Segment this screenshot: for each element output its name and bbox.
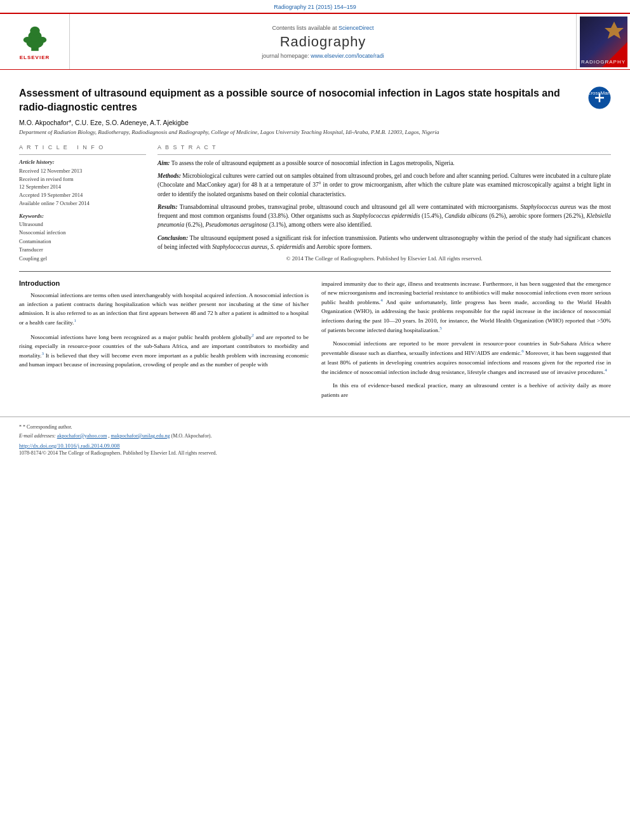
authors-text: M.O. Akpochafor*, C.U. Eze, S.O. Adeneye… bbox=[19, 119, 189, 126]
svg-marker-6 bbox=[605, 22, 624, 39]
intro-para1: Nosocomial infections are terms often us… bbox=[19, 291, 309, 328]
received-revised-label-row: Received in revised form bbox=[19, 175, 146, 183]
radiography-badge-section: radiography bbox=[576, 14, 630, 69]
keyword-transducer: Transducer bbox=[19, 246, 146, 255]
elsevier-text: ELSEVIER bbox=[20, 55, 50, 60]
keyword-ultrasound: Ultrasound bbox=[19, 220, 146, 229]
journal-header: ELSEVIER Contents lists available at Sci… bbox=[0, 13, 630, 70]
email2-link[interactable]: makpochafor@unilag.edu.ng bbox=[111, 433, 170, 439]
received-revised-date-row: 12 September 2014 bbox=[19, 183, 146, 191]
email-label: E-mail addresses: bbox=[19, 433, 56, 439]
elsevier-tree-icon bbox=[16, 23, 54, 53]
keyword-nosocomial: Nosocomial infection bbox=[19, 229, 146, 237]
article-title-section: Assessment of ultrasound equipment as a … bbox=[19, 86, 611, 114]
received-row: Received 12 November 2013 bbox=[19, 167, 146, 175]
article-info-divider bbox=[19, 154, 146, 155]
received-revised-date: 12 September 2014 bbox=[19, 183, 61, 190]
journal-reference: Radiography 21 (2015) 154–159 bbox=[0, 0, 630, 13]
received-revised-label: Received in revised form bbox=[19, 176, 74, 182]
elsevier-logo: ELSEVIER bbox=[16, 23, 54, 60]
svg-point-4 bbox=[23, 37, 31, 43]
introduction-section: Introduction Nosocomial infections are t… bbox=[19, 279, 611, 404]
homepage-label: journal homepage: bbox=[262, 53, 311, 59]
radiography-badge: radiography bbox=[580, 17, 627, 67]
keyword-coupling-gel: Coupling gel bbox=[19, 255, 146, 263]
svg-point-5 bbox=[37, 37, 46, 43]
intro-para3: impaired immunity due to their age, illn… bbox=[321, 279, 611, 335]
abstract-results: Results: Transabdominal ultrasound probe… bbox=[158, 203, 611, 230]
article-history-label: Article history: bbox=[19, 159, 146, 165]
keyword-contamination: Contamination bbox=[19, 237, 146, 246]
article-info-column: A R T I C L E I N F O Article history: R… bbox=[19, 144, 146, 263]
journal-title: Radiography bbox=[280, 34, 366, 50]
intro-para5: In this era of evidence-based medical pr… bbox=[321, 381, 611, 399]
available-text: Available online 7 October 2014 bbox=[19, 200, 90, 206]
accepted-row: Accepted 19 September 2014 bbox=[19, 191, 146, 199]
sciencedirect-prefix: Contents lists available at bbox=[272, 25, 338, 31]
badge-text: radiography bbox=[581, 59, 626, 65]
accepted-text: Accepted 19 September 2014 bbox=[19, 192, 83, 198]
sciencedirect-link[interactable]: ScienceDirect bbox=[338, 25, 374, 31]
elsevier-logo-section: ELSEVIER bbox=[0, 14, 70, 69]
corresponding-label: * Corresponding author. bbox=[23, 424, 72, 430]
email1-link[interactable]: akpochafor@yahoo.com bbox=[57, 433, 107, 439]
abstract-copyright: © 2014 The College of Radiographers. Pub… bbox=[158, 255, 611, 262]
intro-para4: Nosocomial infections are reported to be… bbox=[321, 339, 611, 377]
corresponding-author-note: * * Corresponding author. bbox=[19, 423, 611, 431]
article-title: Assessment of ultrasound equipment as a … bbox=[19, 86, 579, 114]
article-content: Assessment of ultrasound equipment as a … bbox=[0, 70, 630, 410]
article-info-section-label: A R T I C L E I N F O bbox=[19, 144, 146, 150]
journal-ref-text: Radiography 21 (2015) 154–159 bbox=[274, 4, 356, 10]
introduction-col-left: Introduction Nosocomial infections are t… bbox=[19, 279, 309, 404]
footer-copyright: 1078-8174/© 2014 The College of Radiogra… bbox=[19, 450, 611, 456]
badge-decoration-icon bbox=[605, 20, 624, 39]
introduction-col-right: impaired immunity due to their age, illn… bbox=[321, 279, 611, 404]
section-divider bbox=[19, 271, 611, 272]
available-row: Available online 7 October 2014 bbox=[19, 199, 146, 208]
article-footer: * * Corresponding author. E-mail address… bbox=[0, 417, 630, 461]
svg-point-3 bbox=[30, 27, 39, 35]
email-suffix: (M.O. Akpochafor). bbox=[171, 433, 212, 439]
article-info-abstract-section: A R T I C L E I N F O Article history: R… bbox=[19, 144, 611, 263]
article-authors: M.O. Akpochafor*, C.U. Eze, S.O. Adeneye… bbox=[19, 119, 611, 126]
doi-link[interactable]: http://dx.doi.org/10.1016/j.radi.2014.09… bbox=[19, 443, 611, 449]
homepage-url[interactable]: www.elsevier.com/locate/radi bbox=[311, 53, 384, 59]
abstract-column: A B S T R A C T Aim: To assess the role … bbox=[158, 144, 611, 263]
intro-para2: Nosocomial infections have long been rec… bbox=[19, 332, 309, 370]
abstract-divider bbox=[158, 154, 611, 155]
email-footnote: E-mail addresses: akpochafor@yahoo.com ,… bbox=[19, 432, 611, 440]
homepage-line: journal homepage: www.elsevier.com/locat… bbox=[262, 53, 384, 59]
introduction-heading: Introduction bbox=[19, 279, 309, 287]
sciencedirect-line: Contents lists available at ScienceDirec… bbox=[272, 25, 373, 31]
abstract-methods: Methods: Microbiological cultures were c… bbox=[158, 171, 611, 199]
keywords-label: Keywords: bbox=[19, 213, 146, 219]
received-text: Received 12 November 2013 bbox=[19, 168, 82, 174]
abstract-aim: Aim: To assess the role of ultrasound eq… bbox=[158, 159, 611, 168]
page: Radiography 21 (2015) 154–159 ELSEVIER C… bbox=[0, 0, 630, 840]
crossmark-icon[interactable]: CrossMark bbox=[588, 86, 611, 109]
abstract-section-label: A B S T R A C T bbox=[158, 144, 611, 150]
abstract-conclusion: Conclusion: The ultrasound equipment pos… bbox=[158, 234, 611, 252]
article-affiliation: Department of Radiation Biology, Radioth… bbox=[19, 128, 611, 137]
journal-title-section: Contents lists available at ScienceDirec… bbox=[70, 14, 576, 69]
